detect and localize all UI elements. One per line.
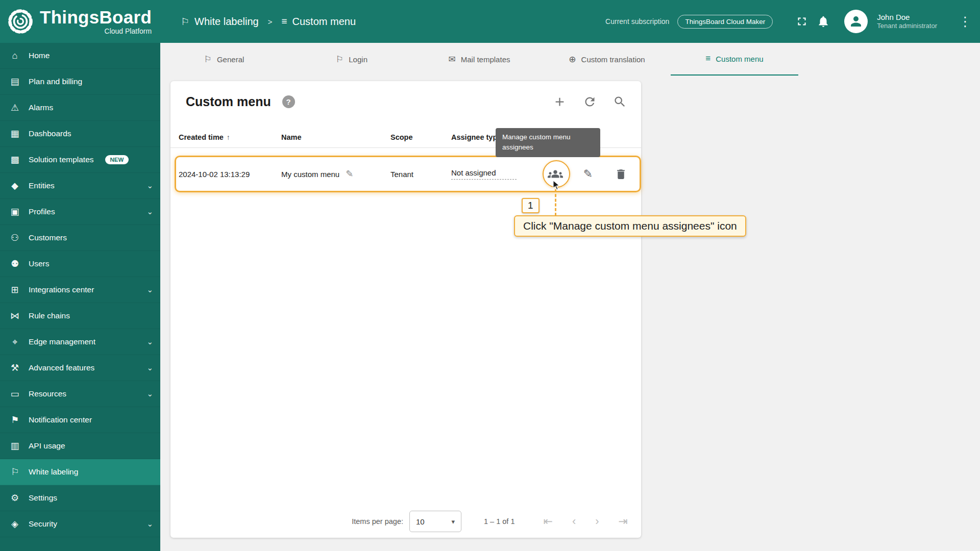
breadcrumb-custom-menu[interactable]: ≡ Custom menu: [281, 16, 356, 28]
edit-name-icon[interactable]: ✎: [346, 168, 353, 180]
column-label: Created time: [179, 133, 224, 141]
fullscreen-icon: [795, 15, 808, 28]
pagination: Items per page: 10 ▾ 1 – 1 of 1 ⇤ ‹ › ⇥: [170, 507, 641, 536]
sidebar-item-white-labeling[interactable]: ⚐White labeling: [0, 459, 160, 485]
edit-row-button[interactable]: ✎: [578, 164, 598, 184]
chevron-down-icon: ⌄: [146, 389, 153, 398]
bell-icon: [817, 15, 830, 28]
sidebar-item-solution-templates[interactable]: ▩Solution templatesNEW: [0, 147, 160, 173]
items-per-page-value: 10: [416, 517, 425, 526]
sidebar-item-security[interactable]: ◈Security⌄: [0, 511, 160, 537]
sidebar-item-users[interactable]: ⚉Users: [0, 251, 160, 277]
page-title: Custom menu: [186, 94, 271, 109]
subscription-label: Current subscription: [605, 17, 669, 26]
notifications-button[interactable]: [817, 15, 830, 28]
column-label: Assignee type: [451, 133, 501, 141]
white-labeling-icon: ⚐: [336, 54, 344, 65]
fullscreen-button[interactable]: [795, 15, 808, 28]
brand-name: ThingsBoard: [40, 8, 152, 27]
column-scope[interactable]: Scope: [390, 133, 451, 141]
tab-label: Login: [349, 55, 368, 64]
dashboards-icon: ▦: [8, 128, 21, 139]
tab-custom-menu[interactable]: ≡Custom menu: [671, 43, 798, 76]
column-name[interactable]: Name: [281, 133, 390, 141]
new-badge: NEW: [105, 155, 129, 164]
mail-icon: ✉: [449, 54, 456, 65]
notification-icon: ⚑: [8, 414, 21, 425]
sidebar-item-rule-chains[interactable]: ⋈Rule chains: [0, 303, 160, 329]
user-role: Tenant administrator: [877, 22, 937, 30]
sidebar-item-customers[interactable]: ⚇Customers: [0, 225, 160, 251]
cursor-icon: [551, 180, 563, 191]
sidebar-item-label: Edge management: [29, 337, 95, 346]
sidebar-item-resources[interactable]: ▭Resources⌄: [0, 381, 160, 407]
sidebar-item-profiles[interactable]: ▣Profiles⌄: [0, 199, 160, 225]
white-labeling-icon: ⚐: [204, 54, 212, 65]
sidebar-item-settings[interactable]: ⚙Settings: [0, 485, 160, 511]
sidebar: ⌂Home▤Plan and billing⚠Alarms▦Dashboards…: [0, 43, 160, 551]
annotation-step-badge: 1: [522, 198, 540, 213]
column-created-time[interactable]: Created time ↑: [179, 133, 281, 141]
tab-general[interactable]: ⚐General: [160, 43, 288, 76]
tab-mail-templates[interactable]: ✉Mail templates: [415, 43, 543, 76]
top-bar: ThingsBoard Cloud Platform ⚐ White label…: [0, 0, 980, 43]
tab-custom-translation[interactable]: ⊕Custom translation: [543, 43, 671, 76]
user-info: John Doe Tenant administrator: [877, 13, 937, 31]
top-bar-right: Current subscription ThingsBoard Cloud M…: [605, 10, 980, 33]
sidebar-item-label: Settings: [29, 493, 57, 503]
sidebar-item-label: Resources: [29, 389, 66, 398]
sidebar-item-dashboards[interactable]: ▦Dashboards: [0, 121, 160, 147]
security-icon: ◈: [8, 518, 21, 530]
search-icon: [613, 95, 627, 109]
chevron-down-icon: ⌄: [146, 181, 153, 190]
sidebar-item-alarms[interactable]: ⚠Alarms: [0, 95, 160, 121]
avatar[interactable]: [844, 10, 868, 33]
refresh-button[interactable]: [583, 95, 597, 109]
brand-logo-area[interactable]: ThingsBoard Cloud Platform: [0, 8, 160, 35]
subscription-plan-pill[interactable]: ThingsBoard Cloud Maker: [677, 15, 773, 29]
items-per-page-select[interactable]: 10 ▾: [409, 511, 461, 532]
dropdown-arrow-icon: ▾: [451, 518, 455, 525]
translation-icon: ⊕: [569, 54, 576, 65]
last-page-button[interactable]: ⇥: [619, 516, 628, 527]
table-row[interactable]: 2024-10-02 13:13:29 My custom menu ✎ Ten…: [170, 157, 641, 191]
sidebar-item-edge-management[interactable]: ⌖Edge management⌄: [0, 329, 160, 355]
tab-login[interactable]: ⚐Login: [288, 43, 415, 76]
white-labeling-icon: ⚐: [8, 466, 21, 478]
prev-page-button[interactable]: ‹: [572, 516, 576, 527]
add-button[interactable]: [553, 95, 567, 109]
column-label: Scope: [390, 133, 413, 141]
sidebar-item-home[interactable]: ⌂Home: [0, 43, 160, 69]
sidebar-item-integrations-center[interactable]: ⊞Integrations center⌄: [0, 277, 160, 303]
sidebar-item-label: API usage: [29, 441, 65, 450]
sidebar-item-label: Security: [29, 519, 57, 529]
thingsboard-logo-icon: [7, 8, 34, 35]
delete-row-button[interactable]: [610, 164, 631, 184]
chevron-down-icon: ⌄: [146, 285, 153, 294]
assignee-field[interactable]: Not assigned: [451, 168, 517, 180]
search-button[interactable]: [613, 95, 627, 109]
refresh-icon: [583, 95, 597, 109]
chevron-down-icon: ⌄: [146, 207, 153, 216]
sidebar-item-label: Profiles: [29, 207, 55, 216]
first-page-button[interactable]: ⇤: [543, 516, 552, 527]
sidebar-item-label: Customers: [29, 233, 67, 242]
sidebar-item-advanced-features[interactable]: ⚒Advanced features⌄: [0, 355, 160, 381]
chevron-down-icon: ⌄: [146, 337, 153, 346]
list-icon: ≡: [281, 16, 287, 27]
chevron-down-icon: ⌄: [146, 519, 153, 529]
next-page-button[interactable]: ›: [595, 516, 599, 527]
custom-menu-card: Custom menu ?: [170, 81, 641, 538]
sidebar-item-plan-and-billing[interactable]: ▤Plan and billing: [0, 69, 160, 95]
breadcrumb: ⚐ White labeling > ≡ Custom menu: [181, 16, 356, 28]
breadcrumb-white-labeling[interactable]: ⚐ White labeling: [181, 16, 259, 28]
sort-asc-icon[interactable]: ↑: [227, 133, 230, 141]
help-icon[interactable]: ?: [282, 95, 295, 108]
sidebar-item-api-usage[interactable]: ▥API usage: [0, 433, 160, 459]
cell-name: My custom menu: [281, 170, 339, 179]
sidebar-item-notification-center[interactable]: ⚑Notification center: [0, 407, 160, 433]
annotation-callout: Click "Manage custom menu assignees" ico…: [514, 215, 746, 237]
kebab-menu-icon[interactable]: ⋮: [959, 15, 972, 28]
tab-label: General: [217, 55, 244, 64]
sidebar-item-entities[interactable]: ◆Entities⌄: [0, 173, 160, 199]
